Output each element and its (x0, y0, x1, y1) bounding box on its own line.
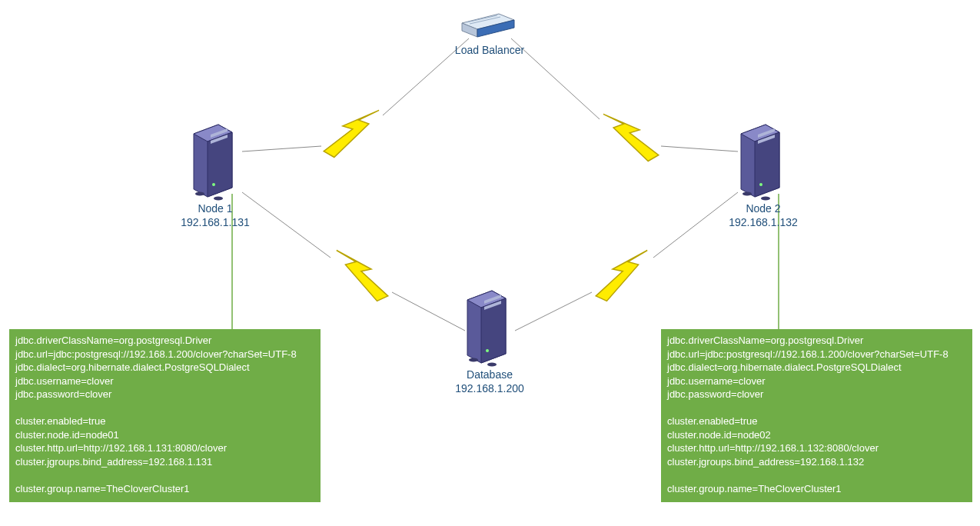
node2-name: Node 2 (746, 202, 780, 215)
database-label: Database 192.168.1.200 (443, 368, 536, 395)
svg-marker-8 (327, 250, 396, 303)
svg-marker-2 (318, 110, 385, 158)
svg-point-24 (214, 197, 223, 201)
node2-label: Node 2 192.168.1.132 (717, 201, 809, 229)
svg-point-38 (486, 349, 489, 352)
bolt-lb-node2 (511, 38, 738, 163)
node1-name: Node 1 (198, 202, 232, 215)
svg-point-22 (212, 183, 215, 186)
svg-marker-5 (596, 114, 663, 162)
bolt-node1-db (242, 192, 465, 331)
svg-point-30 (759, 183, 762, 186)
load-balancer-label: Load Balancer (436, 43, 543, 57)
svg-line-10 (515, 292, 592, 331)
svg-line-7 (392, 292, 465, 331)
node1-label: Node 1 192.168.1.131 (169, 201, 261, 229)
svg-point-40 (487, 363, 497, 367)
node1-server-icon (188, 117, 246, 205)
node1-ip: 192.168.1.131 (181, 216, 250, 228)
node2-ip: 192.168.1.132 (729, 216, 798, 228)
bolt-node2-db (515, 192, 738, 331)
svg-point-23 (195, 192, 204, 196)
bolt-lb-node1 (242, 38, 469, 159)
svg-point-39 (469, 358, 478, 362)
svg-point-31 (742, 192, 752, 196)
svg-line-4 (661, 146, 738, 151)
load-balancer-icon (459, 6, 520, 46)
svg-line-1 (242, 146, 321, 151)
node2-config-box: jdbc.driverClassName=org.postgresql.Driv… (661, 329, 972, 502)
svg-point-32 (761, 197, 770, 201)
node1-config-box: jdbc.driverClassName=org.postgresql.Driv… (9, 329, 321, 502)
database-name: Database (467, 368, 513, 381)
node2-server-icon (735, 117, 793, 205)
svg-marker-11 (588, 250, 657, 303)
database-server-icon (461, 283, 520, 371)
database-ip: 192.168.1.200 (455, 382, 524, 394)
